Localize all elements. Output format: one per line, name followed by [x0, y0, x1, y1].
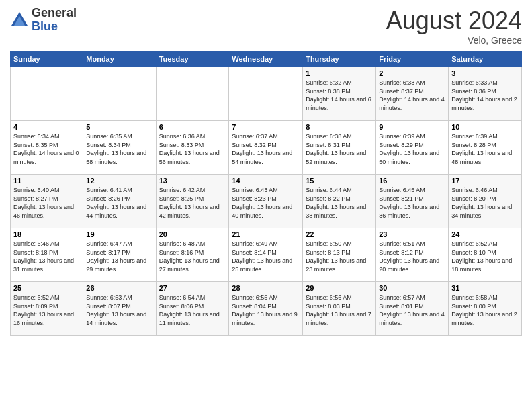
day-info: Sunrise: 6:44 AM Sunset: 8:22 PM Dayligh… — [306, 186, 373, 220]
header-cell-tuesday: Tuesday — [156, 52, 229, 67]
header-cell-saturday: Saturday — [449, 52, 522, 67]
day-number: 24 — [451, 230, 519, 238]
day-info: Sunrise: 6:56 AM Sunset: 8:03 PM Dayligh… — [306, 293, 373, 327]
day-info: Sunrise: 6:46 AM Sunset: 8:20 PM Dayligh… — [451, 186, 519, 220]
header-cell-friday: Friday — [376, 52, 449, 67]
day-number: 14 — [232, 177, 300, 185]
day-cell: 12Sunrise: 6:41 AM Sunset: 8:26 PM Dayli… — [83, 175, 156, 228]
month-year: August 2024 — [386, 7, 522, 35]
day-cell: 10Sunrise: 6:39 AM Sunset: 8:28 PM Dayli… — [449, 121, 522, 175]
day-info: Sunrise: 6:55 AM Sunset: 8:04 PM Dayligh… — [232, 293, 300, 327]
page-header: General Blue August 2024 Velo, Greece — [10, 7, 522, 46]
location: Velo, Greece — [386, 35, 522, 46]
day-cell: 14Sunrise: 6:43 AM Sunset: 8:23 PM Dayli… — [229, 175, 303, 228]
day-number: 9 — [379, 123, 445, 131]
day-number: 15 — [306, 177, 373, 185]
header-cell-sunday: Sunday — [11, 52, 83, 67]
day-info: Sunrise: 6:52 AM Sunset: 8:10 PM Dayligh… — [451, 240, 519, 273]
header-cell-wednesday: Wednesday — [229, 52, 303, 67]
day-cell — [11, 67, 83, 121]
week-row-0: 1Sunrise: 6:32 AM Sunset: 8:38 PM Daylig… — [11, 67, 522, 121]
day-number: 17 — [451, 177, 519, 185]
logo-icon — [10, 11, 29, 30]
day-info: Sunrise: 6:39 AM Sunset: 8:29 PM Dayligh… — [379, 132, 445, 166]
week-row-3: 18Sunrise: 6:46 AM Sunset: 8:18 PM Dayli… — [11, 228, 522, 282]
day-cell: 2Sunrise: 6:33 AM Sunset: 8:37 PM Daylig… — [376, 67, 449, 121]
day-cell: 19Sunrise: 6:47 AM Sunset: 8:17 PM Dayli… — [83, 228, 156, 282]
week-row-2: 11Sunrise: 6:40 AM Sunset: 8:27 PM Dayli… — [11, 175, 522, 228]
day-info: Sunrise: 6:51 AM Sunset: 8:12 PM Dayligh… — [379, 240, 445, 273]
day-info: Sunrise: 6:49 AM Sunset: 8:14 PM Dayligh… — [232, 240, 300, 273]
day-cell: 16Sunrise: 6:45 AM Sunset: 8:21 PM Dayli… — [376, 175, 449, 228]
calendar-table: SundayMondayTuesdayWednesdayThursdayFrid… — [10, 51, 522, 336]
header-row: SundayMondayTuesdayWednesdayThursdayFrid… — [11, 52, 522, 67]
day-info: Sunrise: 6:53 AM Sunset: 8:07 PM Dayligh… — [86, 293, 152, 327]
day-cell: 8Sunrise: 6:38 AM Sunset: 8:31 PM Daylig… — [303, 121, 376, 175]
day-cell: 4Sunrise: 6:34 AM Sunset: 8:35 PM Daylig… — [11, 121, 83, 175]
logo-blue: Blue — [32, 19, 58, 33]
day-info: Sunrise: 6:50 AM Sunset: 8:13 PM Dayligh… — [306, 240, 373, 273]
day-info: Sunrise: 6:46 AM Sunset: 8:18 PM Dayligh… — [13, 240, 80, 273]
day-info: Sunrise: 6:39 AM Sunset: 8:28 PM Dayligh… — [451, 132, 519, 166]
day-number: 18 — [13, 230, 80, 238]
day-cell: 5Sunrise: 6:35 AM Sunset: 8:34 PM Daylig… — [83, 121, 156, 175]
day-info: Sunrise: 6:34 AM Sunset: 8:35 PM Dayligh… — [13, 132, 80, 166]
day-info: Sunrise: 6:32 AM Sunset: 8:38 PM Dayligh… — [306, 79, 373, 112]
day-number: 23 — [379, 230, 445, 238]
day-cell: 21Sunrise: 6:49 AM Sunset: 8:14 PM Dayli… — [229, 228, 303, 282]
day-info: Sunrise: 6:58 AM Sunset: 8:00 PM Dayligh… — [451, 293, 519, 327]
day-cell: 29Sunrise: 6:56 AM Sunset: 8:03 PM Dayli… — [303, 282, 376, 336]
day-number: 4 — [13, 123, 80, 131]
day-cell: 3Sunrise: 6:33 AM Sunset: 8:36 PM Daylig… — [449, 67, 522, 121]
day-number: 28 — [232, 284, 300, 292]
day-info: Sunrise: 6:35 AM Sunset: 8:34 PM Dayligh… — [86, 132, 152, 166]
calendar-header: SundayMondayTuesdayWednesdayThursdayFrid… — [11, 52, 522, 67]
day-number: 7 — [232, 123, 300, 131]
day-cell: 22Sunrise: 6:50 AM Sunset: 8:13 PM Dayli… — [303, 228, 376, 282]
day-cell — [83, 67, 156, 121]
day-number: 22 — [306, 230, 373, 238]
day-cell: 25Sunrise: 6:52 AM Sunset: 8:09 PM Dayli… — [11, 282, 83, 336]
day-cell: 20Sunrise: 6:48 AM Sunset: 8:16 PM Dayli… — [156, 228, 229, 282]
day-number: 13 — [159, 177, 226, 185]
day-cell: 28Sunrise: 6:55 AM Sunset: 8:04 PM Dayli… — [229, 282, 303, 336]
day-number: 30 — [379, 284, 445, 292]
day-cell: 7Sunrise: 6:37 AM Sunset: 8:32 PM Daylig… — [229, 121, 303, 175]
day-cell: 11Sunrise: 6:40 AM Sunset: 8:27 PM Dayli… — [11, 175, 83, 228]
calendar-body: 1Sunrise: 6:32 AM Sunset: 8:38 PM Daylig… — [11, 67, 522, 336]
day-cell: 6Sunrise: 6:36 AM Sunset: 8:33 PM Daylig… — [156, 121, 229, 175]
day-info: Sunrise: 6:48 AM Sunset: 8:16 PM Dayligh… — [159, 240, 226, 273]
day-info: Sunrise: 6:54 AM Sunset: 8:06 PM Dayligh… — [159, 293, 226, 327]
day-cell — [156, 67, 229, 121]
day-number: 27 — [159, 284, 226, 292]
day-cell: 1Sunrise: 6:32 AM Sunset: 8:38 PM Daylig… — [303, 67, 376, 121]
header-cell-thursday: Thursday — [303, 52, 376, 67]
day-number: 21 — [232, 230, 300, 238]
day-info: Sunrise: 6:47 AM Sunset: 8:17 PM Dayligh… — [86, 240, 152, 273]
day-cell: 13Sunrise: 6:42 AM Sunset: 8:25 PM Dayli… — [156, 175, 229, 228]
logo: General Blue — [10, 7, 77, 34]
day-number: 16 — [379, 177, 445, 185]
day-cell: 27Sunrise: 6:54 AM Sunset: 8:06 PM Dayli… — [156, 282, 229, 336]
logo-text: General Blue — [32, 7, 77, 34]
day-info: Sunrise: 6:33 AM Sunset: 8:37 PM Dayligh… — [379, 79, 445, 112]
day-cell: 26Sunrise: 6:53 AM Sunset: 8:07 PM Dayli… — [83, 282, 156, 336]
day-number: 2 — [379, 69, 445, 77]
day-info: Sunrise: 6:52 AM Sunset: 8:09 PM Dayligh… — [13, 293, 80, 327]
day-info: Sunrise: 6:36 AM Sunset: 8:33 PM Dayligh… — [159, 132, 226, 166]
day-number: 10 — [451, 123, 519, 131]
day-info: Sunrise: 6:43 AM Sunset: 8:23 PM Dayligh… — [232, 186, 300, 220]
week-row-4: 25Sunrise: 6:52 AM Sunset: 8:09 PM Dayli… — [11, 282, 522, 336]
day-number: 29 — [306, 284, 373, 292]
day-cell: 23Sunrise: 6:51 AM Sunset: 8:12 PM Dayli… — [376, 228, 449, 282]
day-info: Sunrise: 6:42 AM Sunset: 8:25 PM Dayligh… — [159, 186, 226, 220]
day-number: 19 — [86, 230, 152, 238]
day-number: 25 — [13, 284, 80, 292]
day-number: 8 — [306, 123, 373, 131]
day-cell: 31Sunrise: 6:58 AM Sunset: 8:00 PM Dayli… — [449, 282, 522, 336]
day-cell: 17Sunrise: 6:46 AM Sunset: 8:20 PM Dayli… — [449, 175, 522, 228]
day-number: 1 — [306, 69, 373, 77]
logo-general: General — [32, 6, 77, 19]
day-cell — [229, 67, 303, 121]
day-cell: 15Sunrise: 6:44 AM Sunset: 8:22 PM Dayli… — [303, 175, 376, 228]
